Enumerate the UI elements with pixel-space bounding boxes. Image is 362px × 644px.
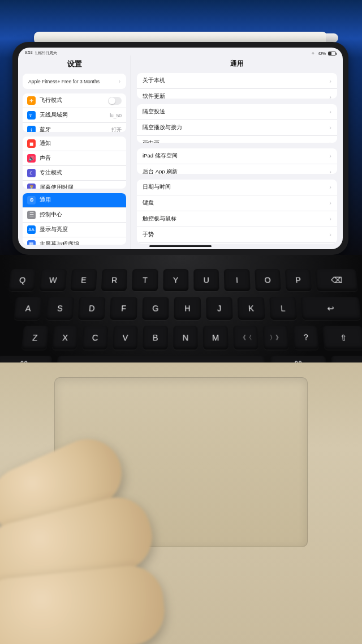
detail-item-label: 软件更新 xyxy=(143,93,165,99)
sidebar-item-label: 蓝牙 xyxy=(40,126,51,132)
grid-icon: ▦ xyxy=(27,240,36,245)
key-r[interactable]: R xyxy=(101,269,128,291)
key-w[interactable]: W xyxy=(40,269,67,291)
sidebar-group-2: ◼ 通知 🔊 声音 ☾ 专注模式 ⏳ 屏幕使用 xyxy=(23,137,126,188)
key-v[interactable]: V xyxy=(113,326,138,349)
chevron-right-icon: › xyxy=(329,124,331,131)
key-shift-r[interactable]: ⇧ xyxy=(322,326,362,349)
key-l[interactable]: L xyxy=(269,297,298,320)
sidebar-item-focus[interactable]: ☾ 专注模式 xyxy=(23,165,126,180)
key-d[interactable]: D xyxy=(78,297,106,320)
airplane-icon: ✈ xyxy=(27,96,36,105)
detail-item-pip[interactable]: 画中画› xyxy=(137,135,337,143)
detail-item-storage[interactable]: iPad 储存空间› xyxy=(137,148,337,164)
key-delete[interactable]: ⌫ xyxy=(315,269,358,291)
key-e[interactable]: E xyxy=(70,269,97,291)
key-m[interactable]: M xyxy=(203,326,229,349)
key-n[interactable]: N xyxy=(173,326,198,349)
detail-item-fonts[interactable]: 字体› xyxy=(137,242,337,244)
detail-item-datetime[interactable]: 日期与时间› xyxy=(137,180,337,195)
sidebar-item-label: 显示与亮度 xyxy=(40,226,68,233)
battery-icon xyxy=(328,52,336,56)
key-k[interactable]: K xyxy=(238,297,265,320)
key-u[interactable]: U xyxy=(193,269,219,291)
key-y[interactable]: Y xyxy=(163,269,188,291)
sidebar-item-display[interactable]: AA 显示与亮度 xyxy=(23,222,126,237)
detail-item-keyboard[interactable]: 键盘› xyxy=(137,195,337,211)
bluetooth-value: 打开 xyxy=(111,127,122,133)
detail-item-label: 后台 App 刷新 xyxy=(143,168,178,174)
detail-item-about[interactable]: 关于本机› xyxy=(137,73,337,88)
key-x[interactable]: X xyxy=(52,326,79,349)
key-q[interactable]: Q xyxy=(8,269,36,291)
promo-label: Apple Fitness+ Free for 3 Months xyxy=(28,79,100,84)
detail-item-trackpad-mouse[interactable]: 触控板与鼠标› xyxy=(137,211,337,227)
sidebar-item-airplane[interactable]: ✈ 飞行模式 xyxy=(23,93,126,108)
sidebar-item-screentime[interactable]: ⏳ 屏幕使用时间 xyxy=(23,180,126,188)
promo-fitness[interactable]: Apple Fitness+ Free for 3 Months › xyxy=(23,74,126,89)
key-angle-r[interactable]: 〉》 xyxy=(263,326,289,349)
delete-icon: ⌫ xyxy=(330,276,343,285)
detail-item-airdrop[interactable]: 隔空投送› xyxy=(137,104,337,120)
aa-icon: AA xyxy=(27,225,36,234)
key-c[interactable]: C xyxy=(82,326,108,349)
chevron-right-icon: › xyxy=(329,199,331,206)
battery-percent: 42% xyxy=(318,52,326,56)
detail-pane: 通用 关于本机› 软件更新› 隔空投送› xyxy=(131,56,343,249)
key-i[interactable]: I xyxy=(224,269,250,291)
bell-icon: ◼ xyxy=(27,139,36,148)
key-angle-l[interactable]: 《〈 xyxy=(233,326,258,349)
key-a[interactable]: A xyxy=(14,297,42,320)
sidebar-item-label: 通知 xyxy=(40,140,51,147)
home-indicator[interactable] xyxy=(149,245,212,247)
key-h[interactable]: H xyxy=(174,297,201,320)
sidebar-item-homescreen[interactable]: ▦ 主屏幕与程序坞 xyxy=(23,237,126,245)
chevron-right-icon: › xyxy=(329,231,331,238)
speaker-icon: 🔊 xyxy=(27,154,36,163)
key-t[interactable]: T xyxy=(132,269,158,291)
key-g[interactable]: G xyxy=(142,297,169,320)
detail-item-label: 隔空投送 xyxy=(143,108,165,116)
key-z[interactable]: Z xyxy=(21,326,48,349)
key-row-3: Z X C V B N M 《〈 〉》 ？ ⇧ xyxy=(0,326,362,349)
sidebar-item-sounds[interactable]: 🔊 声音 xyxy=(23,151,126,165)
key-question[interactable]: ？ xyxy=(292,326,319,349)
sidebar-item-general[interactable]: ⚙ 通用 xyxy=(23,193,126,207)
chevron-right-icon: › xyxy=(329,93,331,99)
sidebar-item-wifi[interactable]: ᯤ 无线局域网 lu_50 xyxy=(23,108,126,122)
wifi-icon: ᯤ xyxy=(27,111,36,120)
key-j[interactable]: J xyxy=(206,297,233,320)
sidebar-item-control-center[interactable]: ☰ 控制中心 xyxy=(23,207,126,222)
detail-item-label: iPad 储存空间 xyxy=(143,152,178,160)
key-return[interactable]: ↩ xyxy=(301,297,361,320)
key-f[interactable]: F xyxy=(110,297,137,320)
detail-title: 通用 xyxy=(131,56,343,73)
hourglass-icon: ⏳ xyxy=(27,184,36,188)
sidebar-item-bluetooth[interactable]: ᚼ 蓝牙 打开 xyxy=(23,122,126,132)
detail-group-1: 关于本机› 软件更新› xyxy=(137,73,337,99)
sidebar-item-label: 专注模式 xyxy=(40,169,62,177)
detail-item-label: 隔空播放与接力 xyxy=(143,124,182,131)
key-o[interactable]: O xyxy=(255,269,281,291)
detail-item-label: 键盘 xyxy=(143,199,154,207)
detail-item-software-update[interactable]: 软件更新› xyxy=(137,88,337,99)
detail-item-label: 触控板与鼠标 xyxy=(143,215,176,223)
detail-item-gestures[interactable]: 手势› xyxy=(137,227,337,242)
airplane-toggle[interactable] xyxy=(108,97,122,105)
sidebar-item-label: 控制中心 xyxy=(40,211,62,219)
switches-icon: ☰ xyxy=(27,211,36,219)
keyboard-deck xyxy=(0,362,362,644)
sidebar-item-label: 声音 xyxy=(40,155,51,162)
bluetooth-icon: ᚼ xyxy=(27,126,36,132)
photo-scene: 9:53 1月29日周六 ᯤ 42% 设置 Apple Fitness+ Fre… xyxy=(0,0,362,644)
key-row-2: A S D F G H J K L ↩ xyxy=(1,297,361,320)
detail-item-label: 画中画 xyxy=(143,140,160,143)
sidebar-item-notifications[interactable]: ◼ 通知 xyxy=(23,137,126,151)
key-b[interactable]: B xyxy=(143,326,167,349)
ipad-device: 9:53 1月29日周六 ᯤ 42% 设置 Apple Fitness+ Fre… xyxy=(12,42,348,255)
detail-item-background-refresh[interactable]: 后台 App 刷新› xyxy=(137,164,337,174)
key-s[interactable]: S xyxy=(46,297,74,320)
detail-item-airplay[interactable]: 隔空播放与接力› xyxy=(137,120,337,135)
key-p[interactable]: P xyxy=(285,269,312,291)
sidebar-item-label: 主屏幕与程序坞 xyxy=(40,241,79,245)
